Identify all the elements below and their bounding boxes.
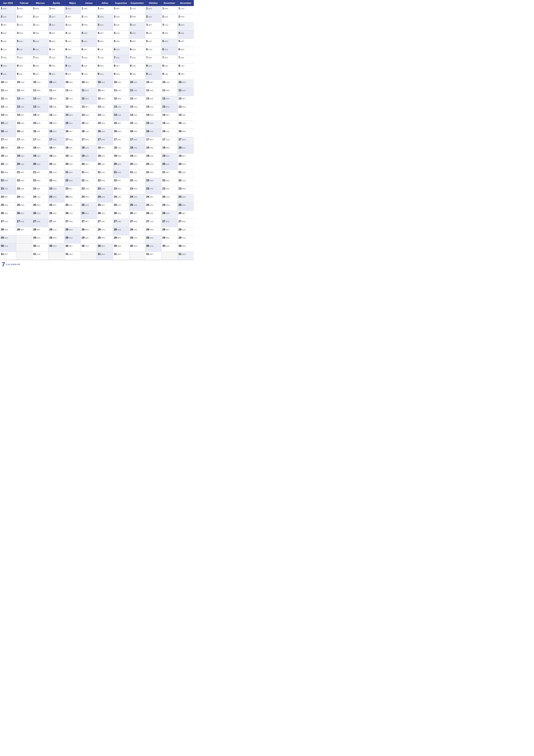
day-abbr: VAS [4,245,8,247]
day-cell: 25HÉT [97,202,113,211]
day-abbr: CSÜ [84,16,88,18]
day-number: 26 [179,212,181,215]
day-abbr: HÉT [149,81,153,83]
day-number: 15 [114,122,117,124]
day-number: 17 [130,138,133,141]
day-cell: 4VAS [178,31,194,39]
day-cell: 15CSÜ [129,121,145,129]
day-abbr: PÉN [132,73,136,75]
day-abbr: HÉT [164,57,168,59]
day-cell: 2SZO [48,14,64,22]
day-cell: 5VAS [81,39,97,47]
day-cell: 31KED [64,252,81,260]
month-header-4: Május [64,0,81,6]
day-number: 29 [179,236,181,239]
day-abbr: KED [132,48,136,51]
day-number: 7 [179,56,180,59]
day-abbr: VAS [148,16,152,18]
day-number: 28 [33,228,36,231]
day-cell: 11SZE [64,88,81,96]
day-abbr: SZO [84,32,88,34]
day-number: 25 [17,203,20,206]
day-cell: 27VAS [16,219,32,227]
day-cell: 25HÉT [48,202,64,211]
day-cell: 13VAS [162,104,178,113]
day-cell: 7SZE [178,55,194,63]
day-number: 27 [1,220,4,223]
day-cell: 5SZE [0,39,16,47]
day-number: 29 [1,236,4,239]
day-number: 17 [33,138,36,141]
day-abbr: PÉN [69,106,73,108]
day-abbr: SZE [53,163,56,165]
day-abbr: PÉN [53,179,57,182]
day-abbr: KED [85,114,89,116]
day-cell: 25PÉN [32,202,48,211]
day-cell: 6SZE [97,47,113,55]
day-abbr: HÉT [37,229,40,231]
day-cell: 24VAS [97,194,113,202]
day-number: 15 [33,122,36,124]
day-abbr: CSÜ [69,212,73,214]
day-number: 23 [1,187,4,190]
day-abbr: SZE [84,8,88,10]
day-number: 24 [82,195,85,198]
day-cell: 9HÉT [64,71,81,80]
day-cell: 21PÉN [0,170,16,178]
day-number: 24 [17,195,20,198]
day-number: 13 [1,105,4,108]
day-number: 18 [49,146,52,149]
day-cell: 30SZO [48,244,64,252]
day-abbr: KED [133,106,138,108]
day-abbr: VAS [132,32,136,34]
day-number: 11 [82,89,85,92]
month-header-2: Március [32,0,48,6]
day-number: 16 [146,130,149,133]
day-number: 20 [33,162,36,166]
day-cell: 4KED [145,31,162,39]
day-abbr: PÉN [132,16,136,18]
day-cell: 17CSÜ [16,137,32,145]
day-abbr: HÉT [4,196,8,198]
day-number: 20 [82,162,85,166]
day-abbr: HÉT [180,40,184,42]
day-cell: 25SZO [81,202,97,211]
day-number: 14 [1,113,4,116]
day-cell: 14SZE [178,113,194,121]
day-cell: 12SZO [32,96,48,104]
day-cell: 30HÉT [64,244,81,252]
day-abbr: SZE [117,81,121,83]
day-cell: 2HÉT [64,14,81,22]
day-cell: 13CSÜ [145,104,162,113]
day-cell: 16PÉN [129,129,145,137]
day-cell: 15SZO [0,121,16,129]
day-number: 2 [49,15,51,18]
day-abbr: VAS [101,253,105,256]
day-cell: 26SZO [32,211,48,219]
month-header-11: December [178,0,194,6]
day-abbr: PÉN [53,122,57,124]
day-cell: 16SZO [48,129,64,137]
day-cell: 1CSÜ [129,6,145,14]
day-cell: 26HÉT [129,211,145,219]
day-abbr: PÉN [117,155,121,157]
day-cell: 7VAS [113,55,129,63]
day-cell: 26PÉN [113,211,129,219]
day-cell: 13KED [129,104,145,113]
day-cell: 7HÉT [32,55,48,63]
day-cell: 26HÉT [178,211,194,219]
day-abbr: PÉN [4,114,8,116]
day-cell: 17PÉN [81,137,97,145]
day-number: 1 [130,7,132,10]
day-cell: 3VAS [48,22,64,31]
day-number: 30 [98,244,101,247]
day-number: 13 [179,105,181,108]
day-abbr: KED [85,229,89,231]
day-cell: 2SZE [162,14,178,22]
day-number: 16 [49,130,52,133]
day-number: 7 [17,56,18,59]
day-abbr: HÉT [51,32,55,34]
day-cell: 17CSÜ [32,137,48,145]
day-abbr: VAS [165,221,169,223]
day-number: 25 [1,203,4,206]
